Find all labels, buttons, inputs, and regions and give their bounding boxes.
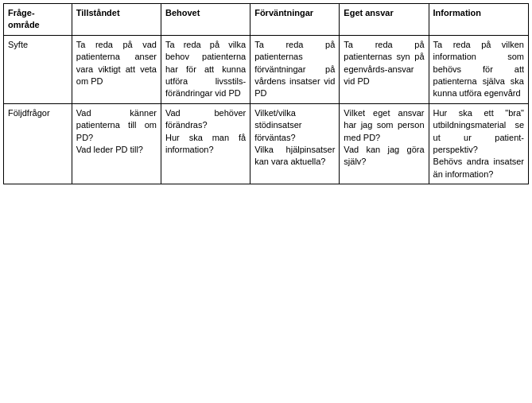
header-frageomrade: Fråge- område	[4, 4, 72, 36]
foljdfragor-behovet: Vad behöver förändras? Hur ska man få in…	[161, 103, 250, 184]
foljdfragor-egetansvar: Vilket eget ansvar har jag som person me…	[340, 103, 429, 184]
syfte-information: Ta reda på vilken information som behövs…	[429, 35, 528, 103]
foljdfragor-information: Hur ska ett "bra" utbildningsmaterial se…	[429, 103, 528, 184]
table-row: Syfte Ta reda på vad patienterna anser v…	[4, 35, 529, 103]
syfte-forvantningar: Ta reda på patienternas förväntningar på…	[250, 35, 340, 103]
syfte-egetansvar: Ta reda på patienternas syn på egenvårds…	[340, 35, 429, 103]
main-table: Fråge- område Tillståndet Behovet Förvän…	[3, 3, 529, 184]
header-row: Fråge- område Tillståndet Behovet Förvän…	[4, 4, 529, 36]
header-behovet: Behovet	[161, 4, 250, 36]
table-row: Följdfrågor Vad känner patienterna till …	[4, 103, 529, 184]
foljdfragor-tillstandet: Vad känner patienterna till om PD? Vad l…	[72, 103, 161, 184]
header-forvantningar: Förväntningar	[250, 4, 340, 36]
syfte-tillstandet: Ta reda på vad patienterna anser vara vi…	[72, 35, 161, 103]
syfte-behovet: Ta reda på vilka behov patienterna har f…	[161, 35, 250, 103]
header-tillstandet: Tillståndet	[72, 4, 161, 36]
syfte-label: Syfte	[4, 35, 72, 103]
header-information: Information	[429, 4, 528, 36]
foljdfragor-label: Följdfrågor	[4, 103, 72, 184]
foljdfragor-forvantningar: Vilket/vilka stödinsatser förväntas? Vil…	[250, 103, 340, 184]
header-egetansvar: Eget ansvar	[340, 4, 429, 36]
